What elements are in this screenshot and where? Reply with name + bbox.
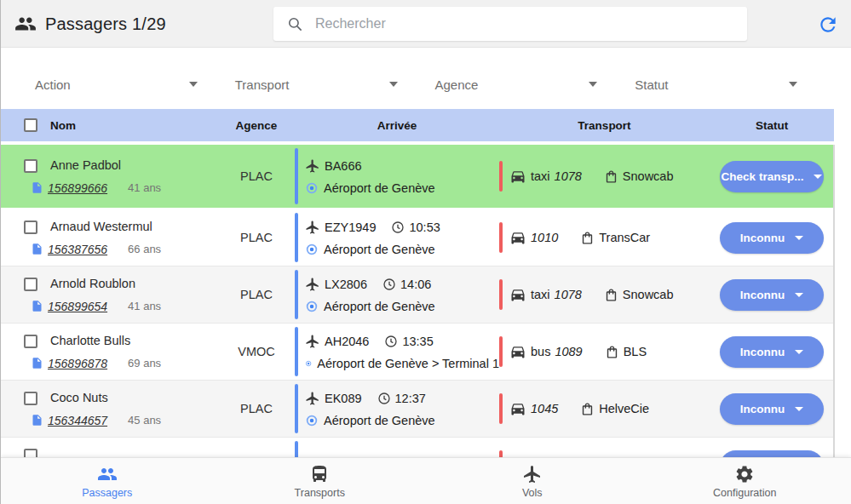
filter-statut[interactable]: Statut [635,77,797,92]
gear-icon [734,464,755,484]
people-icon [97,464,118,484]
nav-configuration-label: Configuration [713,487,776,499]
arrival-indicator-bar [295,270,298,319]
plane-icon [305,334,320,349]
transport-number: 1078 [555,288,582,301]
row-checkbox[interactable] [24,220,37,234]
filter-action[interactable]: Action [35,77,198,92]
transport-number: 1045 [531,402,558,415]
table-row[interactable]: Arnaud Westermul 156387656 66 ans PLAC E… [1,209,834,266]
clock-icon [377,392,391,405]
agency-code: PLAC [218,209,295,266]
status-dropdown-button[interactable]: Check transp... [720,161,824,192]
select-all-checkbox[interactable] [24,118,37,132]
search-icon [287,16,303,32]
row-checkbox[interactable] [24,159,37,173]
passenger-file-link[interactable]: 156899654 [48,300,107,313]
filter-transport-label: Transport [235,77,290,92]
row-checkbox[interactable] [24,392,37,405]
bottom-navigation: Passagers Transports Vols Configuration [1,457,851,504]
table-row[interactable]: Anne Padbol 156899666 41 ans PLAC BA666 [1,145,834,208]
passenger-name: Charlotte Bulls [50,334,218,347]
filter-transport[interactable]: Transport [235,77,398,92]
transport-indicator-bar [499,393,503,424]
location-target-icon [305,357,312,370]
column-header-transport: Transport [499,119,710,132]
status-label: Inconnu [740,403,785,415]
column-header-nom: Nom [43,119,218,132]
page-title: Passagers 1/29 [45,14,166,34]
scrollbar-track[interactable] [833,145,835,457]
plane-icon [305,277,320,292]
status-dropdown-button[interactable]: Inconnu [720,279,824,311]
clock-icon [382,278,396,291]
chevron-down-icon [389,82,398,87]
file-icon [31,243,43,255]
passenger-file-link[interactable]: 156387656 [48,243,107,256]
passenger-file-link[interactable]: 156899666 [48,181,107,195]
file-icon [31,414,43,427]
column-header-statut: Statut [710,119,834,132]
nav-vols-label: Vols [522,487,543,499]
table-row[interactable]: Arnold Roublon 156899654 41 ans PLAC LX2… [1,266,834,324]
transport-number: 1010 [531,231,558,244]
filter-action-label: Action [35,77,71,92]
transport-company: TransCar [599,231,650,244]
car-icon [509,400,526,417]
chevron-down-icon [814,175,822,179]
search-input[interactable] [315,7,747,41]
transport-company: Snowcab [623,169,674,183]
arrival-time: 12:37 [395,392,426,405]
chevron-down-icon [589,82,597,87]
transport-type: taxi [531,288,550,301]
filter-agence[interactable]: Agence [435,77,598,92]
row-checkbox[interactable] [24,278,37,291]
clock-icon [391,220,405,234]
agency-code: PLAC [218,145,295,208]
arrival-location: Aéroport de Genève [324,300,435,313]
flight-number: AH2046 [325,335,369,348]
refresh-button[interactable] [817,14,839,36]
passenger-file-link[interactable]: 156896878 [48,357,107,370]
bag-icon [604,169,618,184]
bag-icon [605,345,619,359]
passenger-app-window: Passagers 1/29 Action Transport Agence S… [0,0,851,504]
clock-icon [384,335,398,348]
chevron-down-icon [795,350,803,354]
transport-company: Snowcab [623,288,674,301]
nav-passagers[interactable]: Passagers [1,458,214,504]
filter-statut-label: Statut [635,77,668,92]
arrival-time: 10:53 [409,220,440,234]
passenger-file-link[interactable]: 156344657 [48,414,107,427]
flight-number: EK089 [325,392,362,405]
file-icon [31,300,43,312]
bus-icon [309,464,330,484]
table-row[interactable]: Charlotte Bulls 156896878 69 ans VMOC AH… [1,324,834,381]
agency-code: PLAC [218,381,295,437]
plane-icon [305,220,320,235]
status-dropdown-button[interactable]: Inconnu [720,336,824,368]
column-header-arrivee: Arrivée [295,119,499,132]
transport-company: BLS [624,345,647,358]
people-icon [14,13,37,35]
status-dropdown-button[interactable]: Inconnu [720,222,824,254]
nav-configuration[interactable]: Configuration [639,458,851,504]
table-row[interactable]: Coco Nuts 156344657 45 ans PLAC EK089 12… [1,381,834,438]
flight-number: LX2806 [325,278,367,291]
bag-icon [580,402,595,416]
car-icon [509,286,526,303]
plane-icon [305,391,320,406]
chevron-down-icon [789,82,797,87]
arrival-time: 14:06 [400,278,431,291]
passenger-name: Arnold Roublon [50,277,218,290]
passenger-age: 45 ans [128,414,161,427]
nav-vols[interactable]: Vols [426,458,639,504]
row-checkbox[interactable] [24,335,37,348]
bag-icon [580,231,595,245]
flight-number: EZY1949 [325,220,376,234]
passenger-name: Arnaud Westermul [50,220,218,233]
filter-agence-label: Agence [435,77,479,92]
location-target-icon [305,300,319,313]
nav-transports[interactable]: Transports [214,458,427,504]
status-dropdown-button[interactable]: Inconnu [720,393,824,425]
